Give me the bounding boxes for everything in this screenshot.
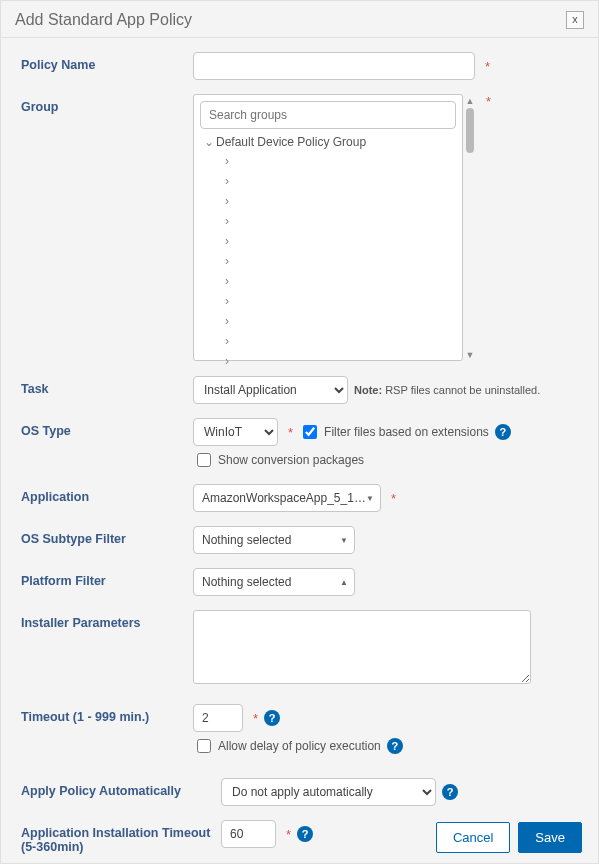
filter-files-label: Filter files based on extensions [324, 425, 489, 439]
save-button[interactable]: Save [518, 822, 582, 853]
dialog-header: Add Standard App Policy x [1, 1, 598, 38]
tree-child-item[interactable]: › [220, 351, 456, 371]
group-scrollbar[interactable]: ▲ ▼ [465, 96, 475, 360]
help-icon[interactable]: ? [442, 784, 458, 800]
label-task: Task [21, 376, 193, 396]
chevron-right-icon[interactable]: › [220, 154, 234, 168]
cancel-button[interactable]: Cancel [436, 822, 510, 853]
tree-child-item[interactable]: › [220, 191, 456, 211]
tree-child-item[interactable]: › [220, 231, 456, 251]
show-conversion-checkbox[interactable] [197, 453, 211, 467]
dialog-body: Policy Name * Group ⌄ Default Device Pol… [1, 38, 598, 864]
application-value: AmazonWorkspaceApp_5_12.exe [202, 491, 366, 505]
row-apply-auto: Apply Policy Automatically Do not apply … [21, 778, 582, 806]
chevron-right-icon[interactable]: › [220, 334, 234, 348]
help-icon[interactable]: ? [387, 738, 403, 754]
chevron-right-icon[interactable]: › [220, 174, 234, 188]
row-policy-name: Policy Name * [21, 52, 582, 80]
add-standard-app-policy-dialog: Add Standard App Policy x Policy Name * … [0, 0, 599, 864]
label-timeout: Timeout (1 - 999 min.) [21, 704, 193, 724]
platform-filter-value: Nothing selected [202, 575, 291, 589]
app-install-timeout-input[interactable] [221, 820, 276, 848]
label-group: Group [21, 94, 193, 114]
required-marker: * [288, 425, 293, 440]
tree-child-item[interactable]: › [220, 151, 456, 171]
allow-delay-checkbox-wrap[interactable]: Allow delay of policy execution [193, 736, 381, 756]
chevron-right-icon[interactable]: › [220, 234, 234, 248]
row-task: Task Install Application Note: RSP files… [21, 376, 582, 404]
dialog-footer: Cancel Save [436, 822, 582, 853]
tree-child-item[interactable]: › [220, 311, 456, 331]
chevron-right-icon[interactable]: › [220, 254, 234, 268]
row-timeout: Timeout (1 - 999 min.) * ? [21, 704, 582, 732]
label-application: Application [21, 484, 193, 504]
task-select[interactable]: Install Application [193, 376, 348, 404]
platform-filter-select[interactable]: Nothing selected ▲ [193, 568, 355, 596]
show-conversion-checkbox-wrap[interactable]: Show conversion packages [193, 450, 364, 470]
help-icon[interactable]: ? [495, 424, 511, 440]
timeout-input[interactable] [193, 704, 243, 732]
required-marker: * [253, 711, 258, 726]
allow-delay-label: Allow delay of policy execution [218, 739, 381, 753]
chevron-right-icon[interactable]: › [220, 294, 234, 308]
close-button[interactable]: x [566, 11, 584, 29]
tree-child-item[interactable]: › [220, 331, 456, 351]
chevron-right-icon[interactable]: › [220, 214, 234, 228]
chevron-down-icon[interactable]: ⌄ [202, 135, 216, 149]
tree-child-item[interactable]: › [220, 251, 456, 271]
apply-auto-select[interactable]: Do not apply automatically [221, 778, 436, 806]
tree-root-item[interactable]: ⌄ Default Device Policy Group [202, 133, 456, 151]
label-app-install-timeout: Application Installation Timeout (5-360m… [21, 820, 221, 854]
caret-down-icon: ▼ [366, 494, 374, 503]
row-platform-filter: Platform Filter Nothing selected ▲ [21, 568, 582, 596]
tree-child-item[interactable]: › [220, 171, 456, 191]
caret-up-icon: ▲ [340, 578, 348, 587]
help-icon[interactable]: ? [264, 710, 280, 726]
task-note: Note: RSP files cannot be uninstalled. [354, 384, 540, 396]
show-conversion-label: Show conversion packages [218, 453, 364, 467]
row-os-type: OS Type WinIoT * Filter files based on e… [21, 418, 582, 446]
label-os-type: OS Type [21, 418, 193, 438]
row-installer-params: Installer Parameters [21, 610, 582, 684]
os-type-select[interactable]: WinIoT [193, 418, 278, 446]
chevron-right-icon[interactable]: › [220, 354, 234, 368]
scroll-down-icon[interactable]: ▼ [465, 350, 475, 360]
required-marker: * [391, 491, 396, 506]
tree-child-item[interactable]: › [220, 211, 456, 231]
scroll-up-icon[interactable]: ▲ [465, 96, 475, 106]
dialog-title: Add Standard App Policy [15, 11, 192, 29]
filter-files-checkbox[interactable] [303, 425, 317, 439]
label-apply-auto: Apply Policy Automatically [21, 778, 221, 798]
chevron-right-icon[interactable]: › [220, 314, 234, 328]
os-subtype-filter-value: Nothing selected [202, 533, 291, 547]
help-icon[interactable]: ? [297, 826, 313, 842]
group-tree: ⌄ Default Device Policy Group › › › › › … [200, 133, 456, 371]
group-selector: ⌄ Default Device Policy Group › › › › › … [193, 94, 476, 362]
required-marker: * [485, 59, 490, 74]
policy-name-input[interactable] [193, 52, 475, 80]
chevron-right-icon[interactable]: › [220, 194, 234, 208]
tree-root-label: Default Device Policy Group [216, 135, 366, 149]
label-platform-filter: Platform Filter [21, 568, 193, 588]
label-policy-name: Policy Name [21, 52, 193, 72]
row-application: Application AmazonWorkspaceApp_5_12.exe … [21, 484, 582, 512]
tree-child-item[interactable]: › [220, 271, 456, 291]
allow-delay-checkbox[interactable] [197, 739, 211, 753]
filter-files-checkbox-wrap[interactable]: Filter files based on extensions [299, 422, 489, 442]
required-marker: * [486, 94, 491, 109]
installer-params-textarea[interactable] [193, 610, 531, 684]
row-group: Group ⌄ Default Device Policy Group › [21, 94, 582, 362]
required-marker: * [286, 827, 291, 842]
chevron-right-icon[interactable]: › [220, 274, 234, 288]
row-show-conversion: Show conversion packages [193, 450, 582, 470]
group-search-input[interactable] [200, 101, 456, 129]
application-select[interactable]: AmazonWorkspaceApp_5_12.exe ▼ [193, 484, 381, 512]
row-os-subtype-filter: OS Subtype Filter Nothing selected ▼ [21, 526, 582, 554]
label-installer-params: Installer Parameters [21, 610, 193, 630]
scroll-thumb[interactable] [466, 108, 474, 153]
label-os-subtype-filter: OS Subtype Filter [21, 526, 193, 546]
os-subtype-filter-select[interactable]: Nothing selected ▼ [193, 526, 355, 554]
caret-down-icon: ▼ [340, 536, 348, 545]
row-allow-delay: Allow delay of policy execution ? [193, 736, 582, 756]
tree-child-item[interactable]: › [220, 291, 456, 311]
